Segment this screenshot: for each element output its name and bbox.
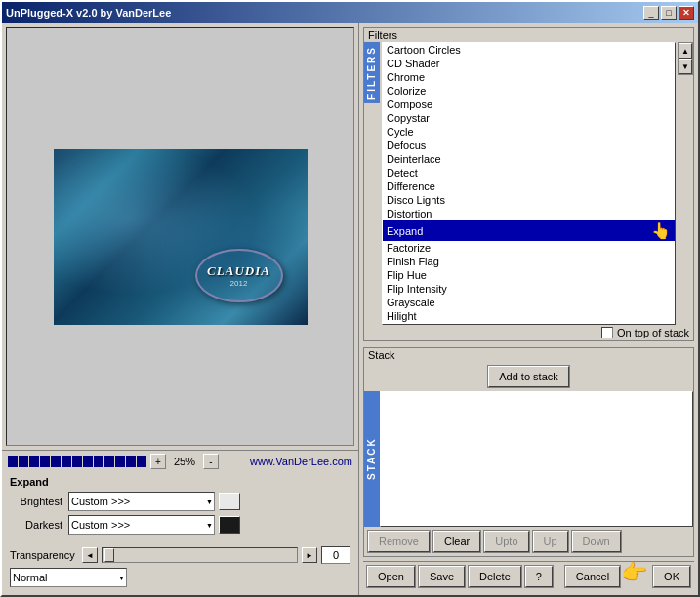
slider-right-arrow[interactable]: ► [302,547,317,563]
scroll-up-arrow[interactable]: ▲ [679,43,692,59]
progress-segment [72,456,82,467]
progress-segment [8,456,18,467]
zoom-bar: + 25% - www.VanDerLee.com [2,450,358,472]
filter-item[interactable]: Expand👆 [383,220,675,241]
left-panel: CLAUDIA 2012 [2,23,358,595]
add-to-stack-button[interactable]: Add to stack [488,366,569,387]
delete-button[interactable]: Delete [469,566,521,587]
upto-button[interactable]: Upto [484,531,528,552]
ok-button[interactable]: OK [653,566,690,587]
up-button[interactable]: Up [533,531,568,552]
claudia-overlay: CLAUDIA 2012 [190,247,288,305]
close-button[interactable]: ✕ [679,6,694,20]
stack-list [380,391,693,527]
filter-item[interactable]: Colorize [383,84,675,98]
filter-item[interactable]: Hilight [383,309,675,323]
brightest-color-swatch[interactable] [219,493,240,510]
filter-item[interactable]: Disco Lights [383,193,675,207]
filters-group: Filters FILTERS Cartoon CirclesCD Shader… [363,27,694,341]
window-title: UnPlugged-X v2.0 by VanDerLee [6,7,171,19]
zoom-value: 25% [170,456,199,467]
expand-selected-indicator: 👆 [651,221,671,240]
filter-item[interactable]: Compose [383,98,675,111]
brightest-select[interactable]: Custom >>> [68,492,215,511]
progress-segment [104,456,114,467]
progress-bar [8,456,146,467]
title-bar: UnPlugged-X v2.0 by VanDerLee _ □ ✕ [2,2,698,23]
claudia-badge: CLAUDIA 2012 [195,249,283,302]
zoom-out-button[interactable]: - [203,454,219,469]
darkest-select[interactable]: Custom >>> [68,515,215,535]
website-link[interactable]: www.VanDerLee.com [250,456,352,467]
darkest-dropdown-container: Custom >>> [68,515,240,535]
brightest-row: Brightest Custom >>> [10,492,350,511]
blend-select[interactable]: Normal [10,568,127,587]
progress-segment [29,456,39,467]
slider-track[interactable] [102,547,298,563]
title-bar-controls: _ □ ✕ [643,6,694,20]
clear-button[interactable]: Clear [433,531,480,552]
remove-button[interactable]: Remove [368,531,430,552]
filter-item[interactable]: Difference [383,179,675,193]
transparency-section: Transparency ◄ ► 0 Normal [2,542,358,595]
blend-row: Normal [10,568,350,587]
progress-segment [126,456,136,467]
scroll-down-arrow[interactable]: ▼ [679,59,692,74]
stack-content: STACK [364,391,693,527]
filters-vertical-label: FILTERS [364,42,380,103]
darkest-color-swatch[interactable] [219,516,240,534]
slider-left-arrow[interactable]: ◄ [82,547,98,563]
slider-thumb[interactable] [104,548,114,562]
transparency-row: Transparency ◄ ► 0 [10,546,350,564]
filter-item[interactable]: Grayscale [383,296,675,309]
filter-item[interactable]: Detect [383,166,675,179]
on-top-label: On top of stack [617,327,689,338]
filters-top: FILTERS Cartoon CirclesCD ShaderChromeCo… [364,42,693,325]
progress-segment [51,456,61,467]
filter-item[interactable]: Chrome [383,70,675,84]
expand-label: Expand [10,476,350,488]
progress-segment [62,456,71,467]
filter-item[interactable]: Deinterlace [383,152,675,166]
filter-item[interactable]: CD Shader [383,57,675,70]
save-button[interactable]: Save [419,566,465,587]
pointing-hand-icon: 👉 [621,560,647,585]
filter-item[interactable]: Factorize [383,241,675,255]
zoom-in-button[interactable]: + [150,454,166,469]
filter-item[interactable]: Flip Hue [383,268,675,282]
stack-actions: Remove Clear Upto Up Down [364,527,693,556]
add-to-stack-row: Add to stack [364,362,693,391]
filter-item[interactable]: Cycle [383,125,675,139]
claudia-text: CLAUDIA [207,263,270,279]
darkest-select-wrapper: Custom >>> [68,515,215,535]
brightest-label: Brightest [10,496,68,507]
stack-option-row: On top of stack [364,325,693,340]
minimize-button[interactable]: _ [643,6,659,20]
help-button[interactable]: ? [525,566,553,587]
progress-segment [94,456,103,467]
filter-item[interactable]: Distortion [383,207,675,220]
filters-group-title: Filters [364,28,693,42]
progress-segment [40,456,50,467]
progress-segment [19,456,28,467]
darkest-row: Darkest Custom >>> [10,515,350,535]
filter-item[interactable]: Ink Rubber [383,323,675,325]
down-button[interactable]: Down [572,531,621,552]
main-content: CLAUDIA 2012 [2,23,698,595]
bottom-bar: Open Save Delete ? Cancel 👉 OK [363,561,694,591]
main-window: UnPlugged-X v2.0 by VanDerLee _ □ ✕ CLAU… [0,0,700,597]
open-button[interactable]: Open [367,566,415,587]
blend-select-wrapper: Normal [10,568,127,587]
progress-segment [83,456,93,467]
filter-item[interactable]: Cartoon Circles [383,43,675,57]
filter-item[interactable]: Copystar [383,111,675,125]
filter-item[interactable]: Finish Flag [383,255,675,268]
on-top-checkbox[interactable] [601,327,613,338]
filter-item[interactable]: Defocus [383,139,675,152]
filter-item[interactable]: Flip Intensity [383,282,675,296]
preview-area: CLAUDIA 2012 [6,27,354,446]
filter-scrollbar: ▲ ▼ [678,42,693,75]
maximize-button[interactable]: □ [661,6,677,20]
filter-list[interactable]: Cartoon CirclesCD ShaderChromeColorizeCo… [382,42,676,325]
cancel-button[interactable]: Cancel [565,566,620,587]
